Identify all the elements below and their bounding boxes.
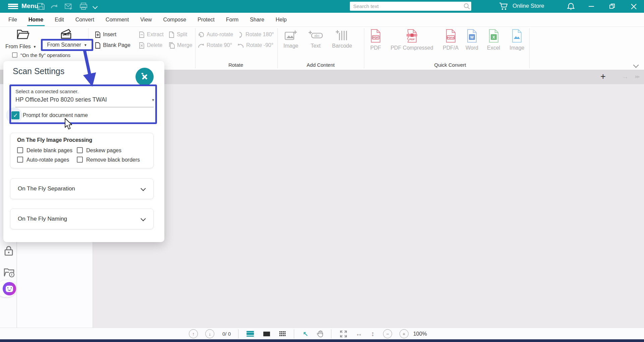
redo-icon[interactable] bbox=[50, 3, 58, 10]
blank-page-icon bbox=[95, 42, 101, 49]
up-arrow-icon: ↑ bbox=[192, 331, 195, 337]
next-tab-icon[interactable]: → bbox=[622, 73, 629, 80]
from-files-button[interactable]: From Files ▼ bbox=[5, 43, 36, 50]
dialog-title: Scan Settings bbox=[13, 66, 64, 76]
chevron-down-icon bbox=[141, 186, 146, 191]
rotate-minus-90-button[interactable]: Rotate -90° bbox=[237, 42, 273, 49]
prompt-document-name-checkbox[interactable]: ✓ bbox=[11, 111, 19, 119]
pdf-compressed-file-icon: PDF bbox=[406, 29, 418, 43]
select-tool-button[interactable]: ↖ bbox=[303, 330, 308, 338]
insert-button[interactable]: Insert bbox=[95, 31, 116, 38]
convert-word-button[interactable]: W Word bbox=[466, 29, 478, 51]
cart-icon[interactable] bbox=[499, 2, 508, 10]
svg-text:PDF/A: PDF/A bbox=[447, 37, 454, 39]
menu-item-view[interactable]: View bbox=[140, 17, 152, 23]
add-image-button[interactable]: Image bbox=[283, 30, 298, 49]
merge-button[interactable]: Merge bbox=[169, 42, 192, 49]
thumbnail-grid-view-button[interactable] bbox=[279, 331, 286, 336]
scan-tools-button[interactable] bbox=[136, 68, 154, 86]
remove-black-borders-checkbox[interactable] bbox=[77, 157, 83, 163]
add-text-button[interactable]: abc Text bbox=[308, 30, 324, 49]
auto-rotate-button[interactable]: Auto-rotate bbox=[198, 31, 233, 38]
menu-item-home[interactable]: Home bbox=[29, 17, 43, 23]
continuous-view-button[interactable] bbox=[247, 331, 254, 337]
auto-rotate-icon bbox=[198, 32, 204, 38]
previous-page-button[interactable]: ↑ bbox=[189, 329, 198, 338]
toolbar-expand-icon[interactable] bbox=[93, 5, 98, 9]
menu-item-convert[interactable]: Convert bbox=[75, 17, 94, 23]
scanner-dropdown[interactable]: HP OfficeJet Pro 8020 series TWAI bbox=[15, 96, 154, 103]
hand-tool-button[interactable] bbox=[317, 330, 324, 338]
share-email-icon[interactable] bbox=[65, 3, 73, 10]
rotate-90-button[interactable]: Rotate 90° bbox=[198, 42, 232, 49]
ai-assistant-button[interactable] bbox=[3, 282, 16, 295]
deskew-pages-checkbox[interactable] bbox=[77, 147, 83, 153]
menu-item-edit[interactable]: Edit bbox=[55, 17, 64, 23]
add-image-icon bbox=[284, 30, 298, 41]
image-processing-title: On The Fly Image Processing bbox=[17, 137, 92, 143]
scanner-select-label: Select a connected scanner. bbox=[15, 89, 78, 94]
convert-image-button[interactable]: Image bbox=[509, 29, 524, 51]
app-menu-button[interactable]: Menu bbox=[21, 2, 38, 10]
folder-info-icon[interactable] bbox=[4, 267, 15, 278]
new-tab-button[interactable]: + bbox=[600, 71, 606, 82]
fit-width-button[interactable]: ↔ bbox=[356, 330, 362, 338]
fit-height-button[interactable]: ↕ bbox=[371, 330, 374, 338]
notification-bell-icon[interactable] bbox=[567, 2, 575, 10]
convert-pdfa-button[interactable]: PDF/A PDF/A bbox=[443, 29, 459, 51]
ribbon-collapse-icon[interactable] bbox=[633, 62, 639, 68]
menu-item-file[interactable]: File bbox=[8, 17, 17, 23]
save-icon[interactable] bbox=[37, 3, 45, 10]
zoom-out-button[interactable]: − bbox=[383, 329, 392, 338]
menu-item-protect[interactable]: Protect bbox=[198, 17, 215, 23]
minimize-button[interactable] bbox=[584, 0, 599, 13]
naming-section[interactable]: On The Fly Naming bbox=[10, 209, 154, 229]
delete-page-button[interactable]: Delete bbox=[139, 42, 162, 49]
next-page-button[interactable]: ↓ bbox=[205, 329, 214, 338]
auto-rotate-pages-checkbox[interactable] bbox=[17, 157, 23, 163]
convert-excel-button[interactable]: X Excel bbox=[487, 29, 500, 51]
menu-item-compose[interactable]: Compose bbox=[163, 17, 186, 23]
last-tab-icon[interactable]: ▶▶ bbox=[635, 74, 639, 79]
prompt-document-name-label: Prompt for document name bbox=[23, 112, 88, 118]
dropdown-underline bbox=[15, 107, 154, 107]
print-icon[interactable] bbox=[79, 3, 88, 10]
online-store-button[interactable]: Online Store bbox=[513, 3, 544, 9]
split-page-icon bbox=[169, 32, 174, 38]
rotate-180-icon bbox=[238, 32, 243, 38]
convert-pdf-button[interactable]: PDF PDF bbox=[370, 29, 381, 51]
menu-item-comment[interactable]: Comment bbox=[106, 17, 129, 23]
menu-item-share[interactable]: Share bbox=[250, 17, 264, 23]
hamburger-menu-icon[interactable] bbox=[8, 4, 18, 9]
section-label-quick-convert: Quick Convert bbox=[420, 62, 480, 68]
delete-blank-pages-checkbox[interactable] bbox=[17, 147, 23, 153]
single-page-view-button[interactable] bbox=[263, 332, 270, 336]
image-file-icon bbox=[511, 29, 523, 43]
rotate-180-button[interactable]: Rotate 180° bbox=[238, 31, 274, 38]
menu-item-help[interactable]: Help bbox=[276, 17, 287, 23]
plus-icon: + bbox=[402, 331, 405, 337]
close-button[interactable] bbox=[626, 0, 641, 13]
convert-pdf-compressed-button[interactable]: PDF PDF Compressed bbox=[390, 29, 433, 51]
search-input[interactable] bbox=[350, 3, 463, 9]
add-barcode-button[interactable]: Barcode bbox=[332, 30, 352, 49]
menu-item-form[interactable]: Form bbox=[226, 17, 238, 23]
blank-page-button[interactable]: Blank Page bbox=[95, 42, 130, 49]
from-scanner-button[interactable]: From Scanner ▼ bbox=[41, 39, 93, 51]
add-barcode-icon bbox=[335, 30, 350, 41]
restore-button[interactable] bbox=[604, 0, 620, 13]
separation-section[interactable]: On The Fly Separation bbox=[10, 178, 154, 199]
lock-icon[interactable] bbox=[4, 245, 14, 256]
split-button[interactable]: Split bbox=[169, 31, 187, 38]
fit-screen-button[interactable] bbox=[340, 331, 347, 337]
search-icon[interactable] bbox=[463, 3, 471, 10]
on-the-fly-operations-checkbox[interactable]: "On the fly" operations bbox=[12, 51, 70, 59]
zoom-in-button[interactable]: + bbox=[399, 329, 409, 338]
deskew-pages-label: Deskew pages bbox=[86, 148, 121, 154]
extract-button[interactable]: Extract bbox=[139, 31, 164, 38]
dropdown-chevron-icon[interactable]: ▼ bbox=[151, 98, 155, 102]
down-arrow-icon: ↓ bbox=[209, 331, 211, 337]
check-icon: ✓ bbox=[13, 112, 18, 119]
add-text-icon: abc bbox=[308, 30, 324, 41]
search-box bbox=[350, 2, 471, 11]
